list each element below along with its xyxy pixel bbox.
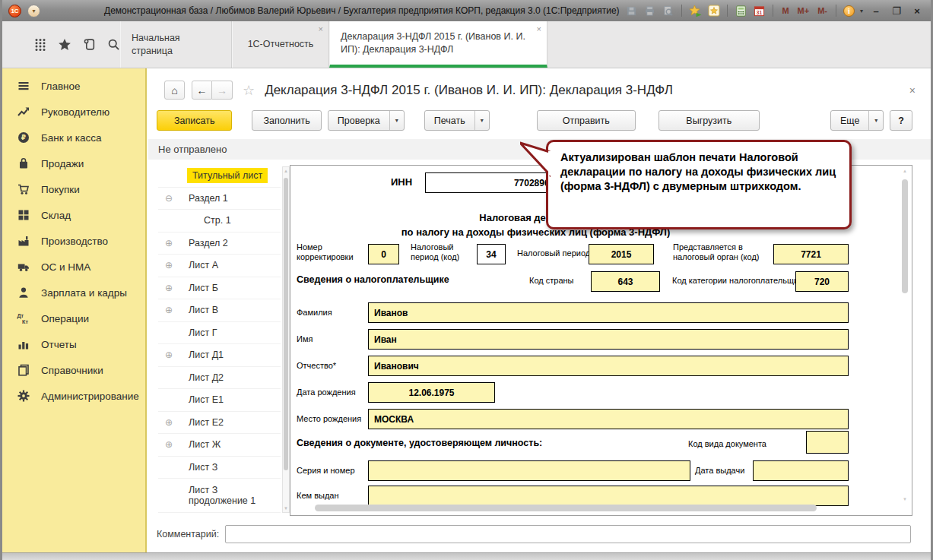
sidebar-item-administration[interactable]: Администрирование xyxy=(2,383,145,409)
chevron-down-icon[interactable]: ▾ xyxy=(868,111,883,130)
scroll-up-icon[interactable]: ▲ xyxy=(900,169,909,173)
birthdate-field[interactable]: 12.06.1975 xyxy=(368,382,495,403)
memory-m-plus-button[interactable]: M+ xyxy=(796,6,811,15)
favorites-icon[interactable] xyxy=(707,5,720,17)
sidebar-item-production[interactable]: Производство xyxy=(2,228,145,254)
scrollbar-thumb[interactable] xyxy=(315,505,817,511)
export-button[interactable]: Выгрузить xyxy=(658,110,760,131)
sidebar-item-reports[interactable]: Отчеты xyxy=(2,331,145,357)
tab-1c-reporting[interactable]: 1С-Отчетность × xyxy=(232,21,329,68)
authority-field[interactable]: 7721 xyxy=(773,244,849,264)
calendar-icon[interactable]: 31 xyxy=(753,5,766,17)
favorite-star-icon[interactable]: ☆ xyxy=(243,82,255,99)
help-button[interactable]: ? xyxy=(890,110,912,131)
info-dropdown-icon[interactable]: ▾ xyxy=(860,8,863,14)
sidebar-item-warehouse[interactable]: Склад xyxy=(2,202,145,228)
sidebar-item-manager[interactable]: Руководителю xyxy=(2,99,145,125)
scrollbar-thumb[interactable] xyxy=(902,179,908,293)
form-horizontal-scrollbar[interactable] xyxy=(294,504,897,512)
expand-icon[interactable]: ⊕ xyxy=(163,238,175,248)
search-icon[interactable] xyxy=(107,38,120,51)
history-icon[interactable] xyxy=(83,38,96,51)
issue-date-field[interactable] xyxy=(753,460,849,481)
expand-icon[interactable]: ⊕ xyxy=(163,417,175,428)
memory-m-button[interactable]: M xyxy=(780,6,790,15)
add-favorite-icon[interactable] xyxy=(689,5,702,17)
tab-declaration[interactable]: Декларация 3-НДФЛ 2015 г. (Иванов И. И. … xyxy=(329,21,547,68)
tab-close-icon[interactable]: × xyxy=(319,25,323,33)
nav-item-sheet-z[interactable]: Лист З xyxy=(158,457,281,479)
scroll-down-icon[interactable]: ▼ xyxy=(900,497,909,501)
issued-by-field[interactable] xyxy=(368,486,849,506)
more-button[interactable]: Еще▾ xyxy=(830,110,884,131)
sidebar-item-main[interactable]: Главное xyxy=(2,73,145,99)
forward-button[interactable]: → xyxy=(212,81,233,100)
sidebar-item-fixed-assets[interactable]: ОС и НМА xyxy=(2,254,145,280)
scroll-down-icon[interactable]: ▼ xyxy=(283,506,289,511)
expand-icon[interactable]: ⊕ xyxy=(163,439,175,450)
sidebar-item-bank[interactable]: ₽Банк и касса xyxy=(2,125,145,150)
check-button[interactable]: Проверка▾ xyxy=(328,110,405,131)
memory-m-minus-button[interactable]: M- xyxy=(816,6,829,15)
expand-icon[interactable]: ⊕ xyxy=(163,283,175,293)
page-close-icon[interactable]: × xyxy=(909,84,916,96)
nav-item-section2[interactable]: ⊕Раздел 2 xyxy=(158,233,281,255)
nav-item-sheet-g[interactable]: Лист Г xyxy=(158,322,281,345)
save-button[interactable]: Записать xyxy=(157,110,232,131)
expand-icon[interactable]: ⊕ xyxy=(163,260,175,271)
nav-item-sheet-b[interactable]: ⊕Лист Б xyxy=(158,277,281,300)
tab-close-icon[interactable]: × xyxy=(537,25,541,33)
form-vertical-scrollbar[interactable]: ▲ ▼ xyxy=(900,167,909,503)
correction-field[interactable]: 0 xyxy=(368,244,399,264)
chevron-down-icon[interactable]: ▾ xyxy=(389,111,404,130)
home-button[interactable]: ⌂ xyxy=(164,81,185,100)
nav-item-sheet-e1[interactable]: Лист Е1 xyxy=(158,389,281,412)
minimize-button[interactable]: – xyxy=(868,5,884,17)
nav-item-sheet-a[interactable]: ⊕Лист А xyxy=(158,255,281,277)
sidebar-item-sales[interactable]: Продажи xyxy=(2,150,145,176)
expand-icon[interactable]: ⊕ xyxy=(163,350,175,360)
country-field[interactable]: 643 xyxy=(591,271,660,292)
sidebar-item-payroll[interactable]: Зарплата и кадры xyxy=(2,280,145,305)
nav-item-sheet-v[interactable]: ⊕Лист В xyxy=(158,299,281,322)
calculator-icon[interactable] xyxy=(735,5,747,17)
chevron-down-icon[interactable]: ▾ xyxy=(474,111,489,130)
sidebar-item-operations[interactable]: ДтКтОперации xyxy=(2,305,145,331)
app-logo-icon[interactable]: 1С xyxy=(8,5,21,17)
nav-scrollbar[interactable]: ▲ ▼ xyxy=(282,166,290,513)
birthplace-field[interactable]: МОСКВА xyxy=(368,409,849,429)
period-code-field[interactable]: 34 xyxy=(477,244,506,264)
sections-menu-icon[interactable] xyxy=(34,38,46,51)
nav-item-page1[interactable]: Стр. 1 xyxy=(158,210,281,233)
expand-icon[interactable]: ⊕ xyxy=(163,305,175,315)
middlename-field[interactable]: Иванович xyxy=(368,356,849,376)
comment-input[interactable] xyxy=(225,525,911,543)
back-button[interactable]: ← xyxy=(192,81,212,100)
sidebar-item-purchases[interactable]: Покупки xyxy=(2,176,145,202)
nav-item-section1[interactable]: ⊖Раздел 1 xyxy=(158,188,281,210)
fill-button[interactable]: Заполнить xyxy=(252,110,321,131)
sidebar-item-directories[interactable]: Справочники xyxy=(2,357,145,383)
doc-code-field[interactable] xyxy=(806,431,849,454)
nav-item-sheet-z-cont[interactable]: Лист З продолжение 1 xyxy=(158,479,281,513)
tab-home[interactable]: Начальная страница xyxy=(120,21,232,68)
lastname-field[interactable]: Иванов xyxy=(368,302,849,323)
nav-item-sheet-zh[interactable]: ⊕Лист Ж xyxy=(158,434,281,457)
print-button[interactable]: Печать▾ xyxy=(424,110,490,131)
close-button[interactable]: × xyxy=(909,5,925,17)
nav-item-sheet-e2[interactable]: ⊕Лист Е2 xyxy=(158,412,281,435)
main-menu-button[interactable]: ▾ xyxy=(27,5,40,17)
series-field[interactable] xyxy=(368,460,690,481)
nav-item-title-sheet[interactable]: Титульный лист xyxy=(158,165,281,188)
favorites-star-icon[interactable] xyxy=(58,38,71,52)
category-field[interactable]: 720 xyxy=(795,271,849,292)
nav-item-sheet-d1[interactable]: ⊕Лист Д1 xyxy=(158,344,281,367)
period-field[interactable]: 2015 xyxy=(589,244,654,264)
maximize-button[interactable]: ❐ xyxy=(889,5,904,17)
nav-item-sheet-d2[interactable]: Лист Д2 xyxy=(158,367,281,390)
collapse-icon[interactable]: ⊖ xyxy=(163,193,175,204)
firstname-field[interactable]: Иван xyxy=(368,329,849,350)
info-icon[interactable]: i xyxy=(843,5,855,17)
scrollbar-thumb[interactable] xyxy=(284,178,288,470)
send-button[interactable]: Отправить xyxy=(537,110,636,131)
